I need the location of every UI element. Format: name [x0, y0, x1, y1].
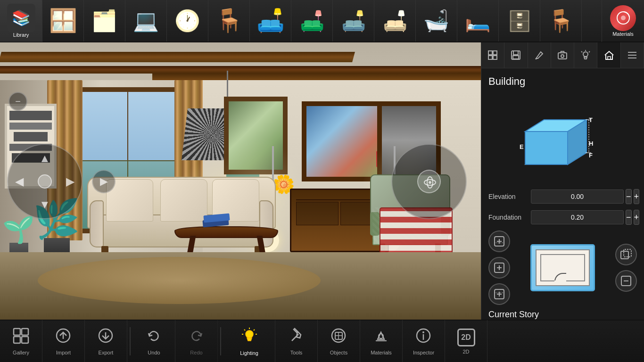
panel-content: Building T H E F	[481, 68, 644, 321]
tools-icon	[288, 328, 305, 347]
nav-up-arrow: ▲	[39, 152, 50, 165]
top-toolbar: 📚 Library 🪟 🗂️ 💻 🕐 🪑 🛋️ 🛋️ 🛋️ 🛋️	[0, 0, 644, 42]
export-icon	[98, 328, 114, 347]
lighting-button[interactable]: Lighting	[223, 320, 275, 362]
inspector-icon	[415, 328, 432, 347]
furniture-item-dresser[interactable]: 🗄️	[499, 0, 540, 41]
door-gap	[554, 280, 566, 281]
svg-rect-44	[621, 251, 628, 259]
furniture-item-armchair-yellow[interactable]: 🛋️	[250, 0, 291, 41]
svg-point-14	[583, 52, 588, 57]
nav-joystick-left-inner: ▲ ▼ ◀ ▶	[8, 145, 82, 218]
delete-story-button[interactable]	[615, 270, 637, 292]
elevation-input[interactable]	[531, 189, 624, 204]
svg-line-16	[589, 51, 590, 52]
library-label: Library	[13, 32, 29, 38]
2d-button[interactable]: 2D 2D	[445, 320, 487, 362]
foundation-minus-button[interactable]: −	[626, 210, 632, 225]
export-button[interactable]: Export	[85, 320, 127, 362]
nav-left-arrow: ◀	[15, 175, 24, 188]
tools-button[interactable]: Tools	[275, 320, 318, 362]
svg-rect-50	[14, 337, 20, 343]
tab-paint[interactable]	[528, 42, 551, 68]
furniture-item-sofa-pink[interactable]: 🛋️	[291, 0, 333, 41]
add-below-button[interactable]	[488, 283, 510, 305]
gallery-button[interactable]: Gallery	[0, 320, 42, 362]
materials-bottom-label: Materials	[371, 350, 392, 355]
svg-rect-8	[493, 56, 497, 59]
import-button[interactable]: Import	[42, 320, 85, 362]
main-3d-view: 🌼	[0, 42, 481, 321]
objects-label: Objects	[330, 350, 347, 355]
nav-joystick-right[interactable]	[391, 144, 467, 219]
tab-camera[interactable]	[551, 42, 574, 68]
story-right-col	[615, 244, 637, 292]
furniture-item-bed[interactable]: 🛏️	[457, 0, 499, 41]
floor-plan-thumbnail[interactable]	[530, 244, 595, 291]
bottom-toolbar: Gallery Import Export	[0, 320, 644, 362]
furniture-item-sofa-beige[interactable]: 🛋️	[333, 0, 374, 41]
materials-label: Materials	[612, 31, 634, 37]
foundation-plus-button[interactable]: +	[634, 210, 640, 225]
svg-text:H: H	[589, 140, 593, 147]
room-scene[interactable]: 🌼	[0, 42, 481, 321]
redo-button[interactable]: Redo	[175, 320, 218, 362]
objects-icon	[330, 328, 347, 347]
toolbar-divider-2	[220, 327, 221, 355]
inspector-button[interactable]: Inspector	[403, 320, 445, 362]
elevation-plus-button[interactable]: +	[634, 189, 640, 204]
add-story-button[interactable]	[488, 257, 510, 279]
panel-tabs	[481, 42, 644, 68]
furniture-item-clock[interactable]: 🕐	[167, 0, 208, 41]
svg-rect-5	[488, 51, 492, 55]
svg-rect-7	[488, 56, 492, 59]
furniture-item-chair-red2[interactable]: 🪑	[540, 0, 582, 41]
import-icon	[55, 328, 72, 347]
zoom-button[interactable]: −	[8, 92, 27, 111]
add-story-above-button[interactable]	[488, 230, 510, 252]
2d-icon: 2D	[457, 329, 475, 346]
tab-list[interactable]	[621, 42, 644, 68]
furniture-item-chair-red[interactable]: 🪑	[208, 0, 250, 41]
svg-rect-10	[513, 51, 518, 55]
undo-button[interactable]: Undo	[133, 320, 175, 362]
tab-light[interactable]	[574, 42, 597, 68]
tab-select[interactable]	[481, 42, 504, 68]
tab-home[interactable]	[597, 42, 620, 68]
nav-joystick-left[interactable]: ▲ ▼ ◀ ▶	[7, 144, 83, 219]
gallery-label: Gallery	[13, 350, 29, 355]
library-button[interactable]: 📚 Library	[0, 0, 42, 42]
elevation-minus-button[interactable]: −	[626, 189, 632, 204]
building-preview: T H E F	[516, 95, 610, 180]
rug	[38, 257, 321, 304]
foundation-input[interactable]	[531, 210, 624, 224]
undo-icon	[146, 328, 162, 347]
nav-rotate-center	[417, 170, 441, 193]
furniture-item-sofa-yellow[interactable]: 🛋️	[374, 0, 416, 41]
story-icon-col	[488, 230, 510, 305]
floor-plan-inner	[536, 249, 590, 286]
objects-button[interactable]: Objects	[318, 320, 360, 362]
svg-line-58	[254, 329, 255, 330]
svg-line-60	[244, 329, 245, 330]
materials-button[interactable]: Materials	[602, 0, 644, 42]
lighting-label: Lighting	[240, 350, 258, 356]
duplicate-story-button[interactable]	[615, 244, 637, 265]
materials-bottom-icon	[373, 328, 389, 347]
nav-pan-button[interactable]: ▶	[92, 170, 116, 193]
furniture-item-window[interactable]: 🪟	[42, 0, 84, 41]
foundation-label: Foundation	[488, 214, 531, 221]
furniture-item-tv[interactable]: 💻	[125, 0, 167, 41]
materials-icon	[610, 5, 636, 31]
furniture-item-shoji[interactable]: 🗂️	[84, 0, 125, 41]
svg-rect-6	[493, 51, 497, 55]
materials-bottom-button[interactable]: Materials	[360, 320, 403, 362]
tab-save[interactable]	[504, 42, 528, 68]
svg-line-17	[581, 51, 582, 52]
zoom-icon: −	[15, 96, 21, 107]
furniture-item-bathtub[interactable]: 🛁	[416, 0, 457, 41]
svg-rect-51	[22, 337, 28, 343]
2d-label: 2D	[462, 349, 469, 354]
story-icons-row	[488, 230, 637, 305]
furniture-strip: 🪟 🗂️ 💻 🕐 🪑 🛋️ 🛋️ 🛋️ 🛋️ 🛁 🛏️	[42, 0, 602, 41]
